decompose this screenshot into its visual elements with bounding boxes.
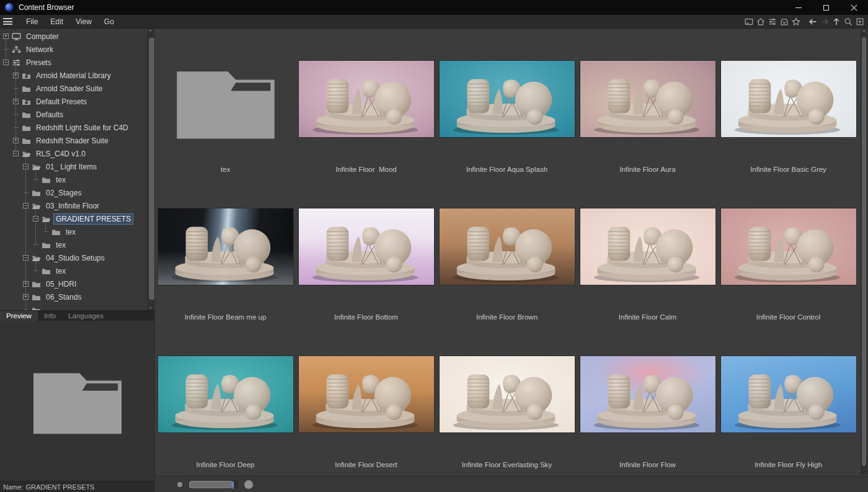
expander-icon[interactable] (33, 244, 38, 245)
close-icon (851, 4, 857, 11)
expander-icon[interactable]: − (23, 255, 29, 261)
tree-item[interactable]: − 01_ Light Items (0, 160, 146, 173)
expander-icon[interactable]: + (13, 138, 19, 143)
expander-icon[interactable]: + (13, 99, 19, 104)
tree-item[interactable]: + Arnold Material Library (0, 69, 146, 82)
asset-item[interactable]: Infinite Floor Flow (577, 356, 718, 476)
tab[interactable]: Preview (0, 311, 38, 321)
tree-item[interactable]: − 03_Infinite Floor (0, 199, 146, 212)
folder-icon (32, 163, 41, 171)
close-button[interactable] (840, 0, 868, 15)
home-icon[interactable] (755, 16, 766, 27)
tree-item[interactable]: 02_Stages (0, 186, 146, 199)
size-large-icon[interactable] (244, 480, 253, 489)
expander-icon[interactable] (24, 192, 29, 193)
asset-item[interactable]: Infinite Floor Deep (155, 356, 296, 476)
tree-item[interactable]: − 04_Studio Setups (0, 251, 146, 264)
folder-icon (32, 306, 41, 311)
still-life-render (440, 61, 575, 137)
filter-icon[interactable] (767, 16, 778, 27)
add-icon[interactable] (854, 16, 866, 27)
expander-icon[interactable]: − (13, 151, 19, 156)
tree-item[interactable]: Defaults (0, 108, 146, 121)
tree-item[interactable]: − GRADIENT PRESETS (0, 212, 146, 225)
tree-item[interactable] (0, 303, 146, 310)
expander-icon[interactable] (43, 231, 48, 232)
asset-item[interactable]: Infinite Floor Desert (296, 356, 436, 476)
expander-icon[interactable]: − (23, 203, 29, 208)
menu-item[interactable]: View (69, 17, 98, 26)
minimize-button[interactable] (784, 0, 812, 15)
expander-icon[interactable]: + (13, 73, 19, 78)
expander-icon[interactable]: + (23, 281, 29, 287)
panel-icon[interactable] (743, 16, 755, 27)
size-slider[interactable] (188, 480, 238, 489)
star-icon[interactable] (790, 16, 802, 27)
asset-item[interactable]: Infinite Floor Aqua Splash (436, 60, 577, 208)
back-icon[interactable] (807, 16, 818, 27)
expander-icon[interactable]: + (3, 34, 9, 39)
scroll-down-icon[interactable]: ⌄ (861, 461, 867, 467)
expander-icon[interactable]: − (3, 60, 9, 65)
size-small-icon[interactable] (177, 482, 182, 487)
expander-icon[interactable]: − (33, 216, 38, 221)
asset-item[interactable]: Infinite Floor Beam me up (155, 208, 296, 356)
asset-item[interactable]: Infinite Floor Mood (296, 60, 436, 208)
scrollbar-thumb[interactable] (862, 37, 866, 465)
tab[interactable]: Info (38, 311, 62, 321)
tree-item[interactable]: − RLS_C4D v1.0 (0, 147, 146, 160)
tree-item[interactable]: tex (0, 238, 146, 251)
tree-item[interactable]: Redshift Light Suite for C4D (0, 121, 146, 134)
asset-item[interactable]: Infinite Floor Calm (577, 208, 718, 356)
scroll-up-icon[interactable]: ⌃ (861, 30, 867, 36)
expander-icon[interactable] (14, 127, 19, 128)
up-icon[interactable] (831, 16, 842, 27)
hamburger-menu-icon[interactable] (3, 18, 12, 25)
expander-icon[interactable] (14, 88, 19, 89)
preset-thumbnail (298, 356, 435, 433)
asset-item[interactable]: Infinite Floor Aura (577, 60, 718, 208)
tree-item[interactable]: + Computer (0, 30, 146, 43)
asset-item[interactable]: Infinite Floor Fly High (718, 356, 859, 476)
import-icon[interactable] (779, 16, 790, 27)
expander-icon[interactable]: − (23, 164, 29, 169)
tree-item[interactable]: − Presets (0, 56, 146, 69)
tree-item[interactable]: tex (0, 173, 146, 186)
tree-item[interactable]: + 06_Stands (0, 290, 146, 303)
menu-item[interactable]: File (20, 17, 44, 26)
expander-icon[interactable] (33, 179, 38, 180)
scrollbar-thumb[interactable] (148, 37, 154, 300)
asset-item[interactable]: Infinite Floor Control (718, 208, 859, 356)
tree-item[interactable]: Network (0, 43, 146, 56)
asset-item[interactable]: tex (155, 60, 296, 208)
scroll-up-icon[interactable]: ⌃ (147, 29, 154, 35)
still-life-render (721, 208, 856, 285)
tree-item-label: 03_Infinite Floor (44, 201, 101, 211)
tree-item[interactable]: + 05_HDRI (0, 277, 146, 290)
tree-item[interactable]: Arnold Shader Suite (0, 82, 146, 95)
asset-item[interactable]: Infinite Floor Everlasting Sky (436, 356, 577, 476)
menu-item[interactable]: Edit (44, 17, 69, 26)
tab[interactable]: Languages (62, 311, 110, 321)
expander-icon[interactable] (24, 310, 29, 310)
main-scrollbar[interactable]: ⌃ ⌄ (861, 30, 867, 475)
asset-item[interactable]: Infinite Floor Brown (436, 208, 577, 356)
expander-icon[interactable] (33, 271, 38, 271)
search-icon[interactable] (843, 16, 854, 27)
asset-item[interactable]: Infinite Floor Bottom (296, 208, 436, 356)
menu-item[interactable]: Go (98, 17, 120, 26)
tree-item[interactable]: + Default Presets (0, 95, 146, 108)
tree-item[interactable]: + Redshift Shader Suite (0, 134, 146, 147)
tree-scrollbar[interactable]: ⌃ ⌄ (147, 29, 154, 310)
forward-icon[interactable] (819, 16, 830, 27)
expander-icon[interactable] (4, 49, 9, 50)
asset-item[interactable]: Infinite Floor Basic Grey (718, 60, 859, 208)
scroll-down-icon[interactable]: ⌄ (147, 303, 154, 310)
size-slider-handle[interactable] (189, 481, 232, 488)
tree-item[interactable]: tex (0, 225, 146, 238)
left-panel: + Computer Network − Presets + (0, 29, 155, 492)
tree-item[interactable]: tex (0, 264, 146, 277)
maximize-button[interactable] (812, 0, 840, 15)
expander-icon[interactable] (14, 114, 19, 115)
expander-icon[interactable]: + (23, 294, 29, 300)
